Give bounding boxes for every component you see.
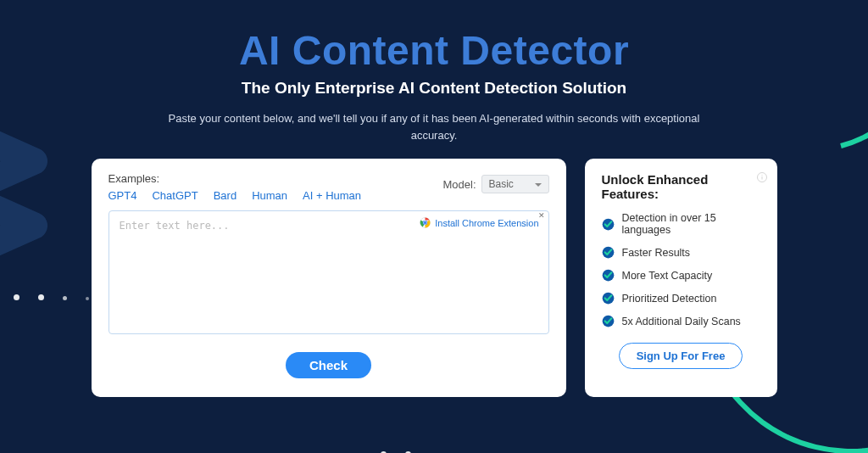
svg-point-7 — [761, 175, 762, 176]
features-panel: Unlock Enhanced Features: Detection in o… — [585, 159, 777, 397]
example-chatgpt[interactable]: ChatGPT — [152, 189, 198, 202]
checkmark-icon — [602, 292, 615, 305]
signup-button[interactable]: Sign Up For Free — [619, 343, 743, 369]
feature-label: Faster Results — [622, 247, 691, 259]
feature-item: More Text Capacity — [602, 269, 760, 282]
svg-rect-6 — [761, 176, 762, 180]
feature-label: 5x Additional Daily Scans — [622, 316, 741, 327]
example-gpt4[interactable]: GPT4 — [108, 189, 137, 202]
detector-panel: Examples: GPT4 ChatGPT Bard Human AI + H… — [92, 159, 566, 397]
model-select[interactable]: Basic — [481, 175, 549, 193]
info-icon[interactable] — [757, 172, 767, 182]
close-icon[interactable]: ✕ — [538, 211, 545, 220]
checkmark-icon — [602, 218, 615, 231]
install-chrome-extension-link[interactable]: Install Chrome Extension ✕ — [415, 215, 543, 230]
feature-label: More Text Capacity — [622, 270, 713, 282]
feature-item: Detection in over 15 languages — [602, 212, 760, 236]
feature-label: Detection in over 15 languages — [622, 212, 760, 236]
check-button[interactable]: Check — [286, 352, 371, 378]
svg-point-4 — [424, 221, 426, 224]
dots-decoration-bottom — [381, 445, 516, 453]
chrome-icon — [420, 217, 431, 228]
feature-item: Prioritized Detection — [602, 292, 760, 305]
page-subtitle: The Only Enterprise AI Content Detection… — [0, 79, 868, 98]
example-bard[interactable]: Bard — [214, 189, 236, 202]
checkmark-icon — [602, 269, 615, 282]
feature-label: Prioritized Detection — [622, 293, 717, 305]
checkmark-icon — [602, 315, 615, 327]
checkmark-icon — [602, 246, 615, 259]
feature-item: Faster Results — [602, 246, 760, 259]
chrome-extension-label: Install Chrome Extension — [435, 218, 538, 228]
model-label: Model: — [442, 178, 476, 191]
page-description: Paste your content below, and we'll tell… — [146, 110, 722, 143]
example-ai-human[interactable]: AI + Human — [303, 189, 361, 202]
page-title: AI Content Detector — [0, 27, 868, 74]
example-human[interactable]: Human — [252, 189, 287, 202]
feature-item: 5x Additional Daily Scans — [602, 315, 760, 327]
features-title: Unlock Enhanced Features: — [602, 172, 760, 201]
examples-label: Examples: — [108, 172, 362, 185]
